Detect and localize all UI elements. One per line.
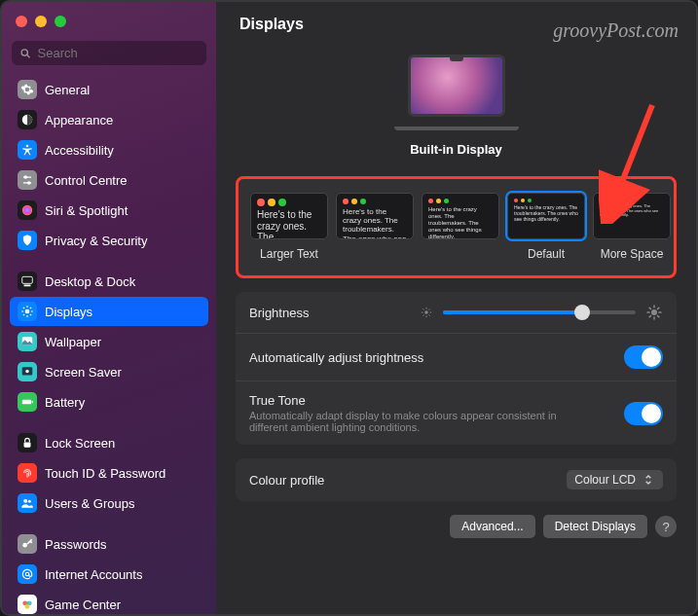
colour-profile-value: Colour LCD	[574, 473, 636, 487]
truetone-toggle[interactable]	[624, 402, 663, 425]
svg-point-5	[24, 176, 26, 178]
accessibility-icon	[18, 140, 37, 160]
svg-line-17	[30, 314, 31, 315]
resolution-thumb: Here's to the crazy ones. The troublemak…	[422, 193, 499, 239]
appearance-icon	[18, 110, 37, 129]
resolution-thumb: Here's to the crazy ones. The troublemak…	[593, 193, 671, 239]
svg-line-1	[27, 54, 30, 57]
sidebar-item-battery[interactable]: Battery	[10, 387, 208, 417]
sidebar-item-label: Accessibility	[45, 143, 114, 158]
svg-rect-23	[22, 400, 31, 405]
resolution-panel: Here's to the crazy ones. The troublemak…	[236, 176, 677, 278]
help-button[interactable]: ?	[655, 516, 677, 537]
svg-line-51	[649, 308, 651, 309]
svg-line-44	[422, 314, 423, 315]
resolution-option-3[interactable]: Here's to the crazy ones. The troublemak…	[507, 193, 585, 262]
svg-line-19	[30, 308, 31, 308]
brightness-row: Brightness	[236, 292, 677, 334]
sidebar-item-label: Desktop & Dock	[45, 274, 135, 289]
main-header: Displays	[216, 2, 696, 37]
sidebar-item-label: Users & Groups	[45, 496, 134, 511]
sidebar-item-control-centre[interactable]: Control Centre	[10, 165, 208, 195]
sidebar-item-screen-saver[interactable]: Screen Saver	[10, 357, 208, 386]
resolution-thumb: Here's to the crazy ones. The troublemak…	[507, 193, 585, 239]
wallpaper-icon	[18, 332, 37, 351]
svg-line-16	[23, 308, 24, 308]
sidebar-item-label: Screen Saver	[45, 365, 122, 380]
at-icon	[18, 564, 37, 584]
svg-point-32	[25, 604, 30, 609]
sidebar-item-wallpaper[interactable]: Wallpaper	[10, 327, 208, 356]
sidebar-item-label: Privacy & Security	[45, 234, 147, 248]
sidebar-item-game-center[interactable]: Game Center	[10, 590, 208, 614]
brightness-label: Brightness	[249, 306, 309, 320]
sidebar-item-desktop-dock[interactable]: Desktop & Dock	[10, 267, 208, 296]
dock-icon	[18, 272, 37, 291]
svg-point-7	[28, 182, 30, 184]
control-centre-icon	[18, 170, 37, 190]
svg-point-8	[22, 205, 33, 216]
display-name: Built-in Display	[410, 142, 502, 157]
sidebar-item-passwords[interactable]: Passwords	[10, 529, 208, 559]
close-window-button[interactable]	[16, 16, 27, 27]
search-box[interactable]	[12, 41, 206, 65]
sidebar-item-privacy-security[interactable]: Privacy & Security	[10, 226, 208, 255]
svg-point-33	[25, 601, 29, 605]
sidebar-item-touch-id-password[interactable]: Touch ID & Password	[10, 458, 208, 488]
sun-small-icon	[420, 306, 433, 319]
users-icon	[18, 493, 37, 513]
svg-point-11	[25, 309, 30, 314]
brightness-control	[420, 304, 663, 321]
chevron-updown-icon	[642, 473, 655, 487]
page-title: Displays	[239, 16, 673, 33]
sidebar-item-lock-screen[interactable]: Lock Screen	[10, 428, 208, 457]
sidebar-item-label: Wallpaper	[45, 335, 101, 349]
sidebar-item-users-groups[interactable]: Users & Groups	[10, 489, 208, 518]
colour-profile-label: Colour profile	[249, 473, 324, 488]
resolution-option-0[interactable]: Here's to the crazy ones. The troublemak…	[250, 193, 328, 262]
zoom-window-button[interactable]	[55, 16, 66, 27]
main-content: Displays Built-in Display Here's to the …	[216, 2, 696, 614]
search-icon	[19, 47, 32, 60]
svg-line-18	[23, 314, 24, 315]
footer-buttons: Advanced... Detect Displays ?	[236, 515, 677, 538]
privacy-icon	[18, 231, 37, 250]
key-icon	[18, 534, 37, 554]
sidebar-item-label: Passwords	[45, 537, 107, 552]
sidebar-item-label: Game Center	[45, 598, 121, 612]
minimize-window-button[interactable]	[35, 16, 47, 27]
screensaver-icon	[18, 362, 37, 381]
svg-point-3	[26, 145, 29, 148]
sidebar-item-label: Internet Accounts	[45, 567, 142, 582]
sidebar-item-internet-accounts[interactable]: Internet Accounts	[10, 560, 208, 589]
sidebar-item-general[interactable]: General	[10, 75, 208, 104]
truetone-description: Automatically adapt display to make colo…	[249, 410, 580, 433]
brightness-slider[interactable]	[443, 310, 636, 314]
svg-point-37	[424, 310, 428, 314]
svg-line-45	[428, 308, 429, 309]
resolution-option-4[interactable]: Here's to the crazy ones. The troublemak…	[593, 193, 671, 262]
svg-rect-24	[32, 401, 33, 403]
auto-brightness-toggle[interactable]	[624, 345, 663, 369]
search-input[interactable]	[38, 46, 199, 60]
detect-displays-button[interactable]: Detect Displays	[543, 515, 647, 538]
sidebar-item-displays[interactable]: Displays	[10, 297, 208, 326]
svg-point-27	[28, 500, 31, 503]
advanced-button[interactable]: Advanced...	[450, 515, 534, 538]
sidebar-item-appearance[interactable]: Appearance	[10, 105, 208, 134]
gear-icon	[18, 80, 37, 99]
sidebar-item-label: Control Centre	[45, 173, 128, 188]
sidebar-item-siri-spotlight[interactable]: Siri & Spotlight	[10, 196, 208, 225]
lock-icon	[18, 433, 37, 453]
colour-profile-select[interactable]: Colour LCD	[567, 470, 663, 489]
resolution-thumb: Here's to the crazy ones. The troublemak…	[336, 193, 414, 239]
svg-rect-10	[24, 285, 31, 287]
resolution-option-1[interactable]: Here's to the crazy ones. The troublemak…	[336, 193, 414, 262]
sidebar-item-label: Touch ID & Password	[45, 466, 165, 481]
resolution-option-2[interactable]: Here's to the crazy ones. The troublemak…	[422, 193, 499, 262]
sidebar-item-accessibility[interactable]: Accessibility	[10, 135, 208, 164]
sidebar-item-label: Displays	[45, 305, 92, 319]
svg-point-26	[23, 499, 27, 503]
svg-line-52	[657, 315, 659, 317]
resolution-label: Default	[528, 247, 565, 262]
